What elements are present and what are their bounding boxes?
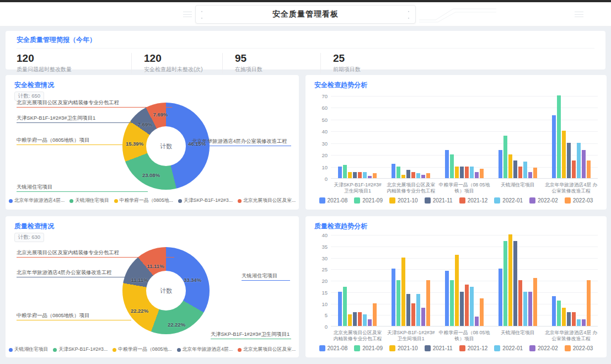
legend-item[interactable]: 2021-09	[354, 345, 383, 351]
bar[interactable]	[401, 258, 405, 326]
legend-item[interactable]: 2021-09	[354, 197, 383, 204]
bar[interactable]	[373, 173, 377, 178]
bar[interactable]	[523, 292, 527, 326]
bar[interactable]	[455, 167, 459, 178]
legend-item[interactable]: 2021-11	[425, 345, 453, 351]
bar[interactable]	[480, 298, 484, 326]
bar[interactable]	[348, 172, 352, 178]
bar[interactable]	[508, 234, 512, 326]
bar[interactable]	[343, 287, 347, 326]
bar[interactable]	[523, 162, 527, 178]
bar[interactable]	[358, 172, 362, 178]
bar[interactable]	[363, 172, 367, 178]
legend-item[interactable]: 天镜湖住宅项目	[9, 346, 49, 353]
bar[interactable]	[577, 143, 581, 178]
legend-item[interactable]: 2021-11	[425, 197, 453, 204]
bar[interactable]	[416, 294, 420, 326]
legend-item[interactable]: 北京年华旅游酒店4层...	[177, 346, 233, 353]
bar[interactable]	[577, 319, 581, 326]
bar[interactable]	[567, 143, 571, 178]
legend-item[interactable]: 北京光展项目公区及室...	[238, 197, 296, 204]
legend-item[interactable]: 天津SKP-B1F-1#2#3...	[53, 346, 108, 353]
legend-item[interactable]: 北京光展项目公区及室...	[238, 346, 296, 353]
bar[interactable]	[450, 280, 454, 326]
bar[interactable]	[368, 176, 372, 178]
bar[interactable]	[426, 173, 430, 178]
legend-item[interactable]: 天镜湖住宅项目	[69, 197, 109, 204]
bar[interactable]	[557, 301, 561, 326]
bar[interactable]	[445, 271, 449, 326]
bar[interactable]	[582, 319, 586, 326]
legend-item[interactable]: 2021-10	[389, 197, 418, 204]
bar[interactable]	[528, 172, 532, 178]
bar[interactable]	[348, 314, 352, 326]
bar[interactable]	[518, 280, 522, 326]
legend-item[interactable]: 天津SKP-B1F-1#2#3...	[178, 197, 233, 204]
legend-item[interactable]: 2022-02	[529, 197, 558, 204]
bar[interactable]	[396, 280, 400, 326]
bar[interactable]	[465, 167, 469, 178]
bar[interactable]	[363, 314, 367, 326]
bar[interactable]	[572, 312, 576, 326]
legend-item[interactable]: 2022-01	[494, 197, 523, 204]
bar[interactable]	[392, 269, 395, 326]
bar[interactable]	[392, 164, 395, 178]
bar[interactable]	[338, 167, 342, 178]
legend-item[interactable]: 2022-02	[529, 345, 558, 351]
bar[interactable]	[552, 115, 556, 178]
bar[interactable]	[513, 241, 517, 326]
legend-item[interactable]: 2022-03	[565, 345, 593, 351]
bar[interactable]	[460, 167, 464, 178]
bar[interactable]	[557, 95, 561, 178]
legend-item[interactable]: 中粮学府一品（0805地...	[112, 346, 171, 353]
legend-item[interactable]: 2022-03	[565, 197, 593, 204]
bar[interactable]	[513, 160, 517, 178]
bar[interactable]	[475, 172, 479, 178]
bar[interactable]	[582, 150, 586, 178]
bar[interactable]	[406, 170, 410, 178]
bar[interactable]	[353, 312, 357, 326]
bar[interactable]	[373, 303, 377, 326]
bar[interactable]	[421, 175, 425, 178]
bar[interactable]	[572, 160, 576, 178]
bar[interactable]	[450, 154, 454, 178]
bar[interactable]	[465, 285, 469, 326]
bar[interactable]	[518, 167, 522, 178]
bar[interactable]	[508, 154, 512, 178]
bar[interactable]	[338, 292, 342, 326]
bar[interactable]	[353, 172, 357, 178]
bar[interactable]	[552, 296, 556, 326]
legend-item[interactable]: 2021-08	[319, 345, 348, 351]
bar[interactable]	[411, 303, 415, 326]
bar[interactable]	[533, 278, 537, 326]
bar[interactable]	[528, 292, 532, 326]
bar[interactable]	[499, 269, 502, 326]
bar[interactable]	[421, 308, 425, 326]
bar[interactable]	[358, 312, 362, 326]
bar[interactable]	[426, 280, 430, 326]
bar[interactable]	[411, 172, 415, 178]
legend-item[interactable]: 2022-01	[494, 345, 523, 351]
bar[interactable]	[533, 168, 537, 178]
bar[interactable]	[455, 255, 459, 326]
legend-item[interactable]: 2021-12	[459, 345, 488, 351]
bar[interactable]	[480, 169, 484, 178]
legend-item[interactable]: 2021-10	[389, 345, 418, 351]
bar[interactable]	[343, 165, 347, 178]
bar[interactable]	[406, 294, 410, 326]
bar[interactable]	[470, 287, 474, 326]
bar[interactable]	[460, 292, 464, 326]
legend-item[interactable]: 2021-12	[459, 197, 488, 204]
bar[interactable]	[587, 280, 591, 326]
bar[interactable]	[396, 167, 400, 178]
bar[interactable]	[503, 136, 507, 178]
legend-item[interactable]: 中粮学府一品（0805地...	[114, 197, 173, 204]
bar[interactable]	[503, 241, 507, 326]
bar[interactable]	[401, 175, 405, 178]
bar[interactable]	[470, 167, 474, 178]
bar[interactable]	[416, 173, 420, 178]
bar[interactable]	[567, 312, 571, 326]
bar[interactable]	[499, 150, 502, 178]
bar[interactable]	[368, 319, 372, 326]
legend-item[interactable]: 北京年华旅游酒店4层...	[9, 197, 65, 204]
